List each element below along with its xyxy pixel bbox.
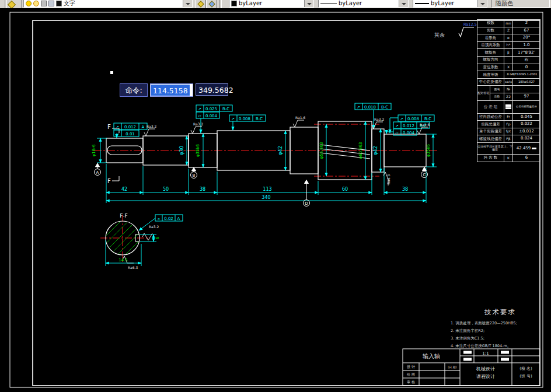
table-row: 齿距总偏差Fp0.022: [477, 121, 540, 128]
tech-req-item: 1. 调质处理，表面硬度220—250HBS;: [451, 320, 550, 327]
svg-text:⌭: ⌭: [198, 114, 201, 118]
svg-text:38: 38: [402, 187, 408, 192]
table-row: 螺旋线总偏差Fβ0.024: [477, 135, 540, 143]
linetype-control-dropdown[interactable]: byLayer: [318, 0, 409, 8]
tech-req-item: 2. 未注圆角半径R2;: [451, 327, 550, 335]
wn-value-cell: 42.459: [513, 142, 540, 154]
table-row: 齿数Z67: [477, 27, 540, 34]
title-block: 输入轴 1:1 设 计 绘 图 审 核 (日 期) 机械设计 课程设计 (校 名…: [403, 349, 540, 386]
make-object-layer-current-button[interactable]: [195, 0, 206, 8]
layer-on-bulb-icon[interactable]: [26, 1, 32, 6]
svg-text:B-C: B-C: [424, 117, 431, 121]
technical-requirements: 技术要求 1. 调质处理，表面硬度220—250HBS; 2. 未注圆角半径R2…: [451, 308, 550, 350]
sig-draw-label: 绘 图: [407, 372, 415, 377]
svg-text:60: 60: [342, 187, 348, 192]
svg-text:0.018: 0.018: [364, 105, 376, 110]
sig-check-label: 审 核: [407, 380, 415, 384]
svg-text:φ35k6: φ35k6: [426, 144, 431, 157]
svg-text:38: 38: [200, 187, 205, 192]
svg-text:42: 42: [121, 187, 127, 192]
svg-text:0.004: 0.004: [403, 131, 415, 135]
svg-text:0.012: 0.012: [124, 125, 136, 130]
svg-text:Ra1.6: Ra1.6: [295, 116, 305, 120]
color-dropdown-arrow[interactable]: [304, 0, 313, 7]
layer-lock-icon[interactable]: [41, 1, 47, 6]
svg-text:C: C: [423, 173, 426, 177]
svg-text:113: 113: [263, 187, 271, 192]
svg-text:Ra6.3: Ra6.3: [386, 174, 390, 184]
lineweight-sample-icon: [415, 3, 429, 4]
cut-label-bottom: F: [107, 178, 111, 184]
table-row: 公 差 组公差或极限偏差值: [477, 100, 540, 113]
svg-text:0.025: 0.025: [205, 107, 217, 111]
svg-text:Ra3.2: Ra3.2: [147, 124, 156, 128]
table-row: 单个齿距偏差fpt±0.012: [477, 128, 540, 135]
svg-text:D: D: [305, 201, 308, 206]
table-row: 精度等级8 GB/T10095.1-2001: [477, 71, 540, 79]
drawing-scale: 1:1: [482, 351, 489, 356]
sig-design-label: 设 计: [407, 365, 415, 369]
svg-text:φ35k6: φ35k6: [196, 144, 200, 157]
section-width-dim: 6: [155, 236, 160, 239]
command-prompt-label: 命令:: [120, 83, 148, 97]
lineweight-control-dropdown[interactable]: byLayer: [413, 0, 487, 8]
svg-text:φ18r6: φ18r6: [92, 144, 96, 156]
section-view-title: F-F: [120, 213, 128, 219]
color-control-dropdown[interactable]: byLayer: [229, 0, 314, 8]
svg-text:φ30: φ30: [179, 146, 184, 155]
svg-text:↗: ↗: [357, 105, 360, 110]
class-number: (班 号): [519, 374, 532, 379]
general-roughness-value: Ra12.5: [463, 22, 477, 27]
drawing-canvas[interactable]: F F 42 50 38 113 60 38 340 φ18r6: [0, 8, 551, 392]
linetype-sample-icon: [320, 4, 337, 4]
gear-parameter-table: 模数mn2 齿数Z67 齿形角α20° 齿顶高系数h*1.0 螺旋角β17°8′…: [477, 19, 540, 162]
part-name: 输入轴: [423, 353, 440, 359]
coordinate-y-input[interactable]: 349.5682: [196, 83, 228, 96]
svg-text:φ60.863: φ60.863: [358, 142, 363, 159]
layer-dropdown-arrow[interactable]: [183, 0, 192, 7]
datum-letters: A B D C: [96, 170, 426, 206]
svg-text:0.02: 0.02: [164, 216, 173, 221]
table-row: 螺旋角β17°8′92″: [477, 49, 540, 57]
linetype-dropdown-arrow[interactable]: [399, 0, 408, 7]
sig-date-note: (日 期): [448, 365, 457, 369]
svg-text:φ42: φ42: [373, 146, 378, 155]
toolbar-separator: [5, 0, 7, 8]
total-length-dim: 340: [261, 195, 270, 200]
toolbar-separator: [219, 0, 222, 8]
cut-label-top: F: [107, 124, 111, 130]
grip-point[interactable]: [110, 71, 113, 74]
svg-text:A: A: [96, 170, 99, 175]
svg-text:↗: ↗: [198, 107, 201, 111]
color-control-value: byLayer: [239, 0, 262, 6]
layers-stack-icon[interactable]: [9, 2, 15, 8]
school-name: (校 名): [519, 366, 532, 371]
svg-text:↗: ↗: [116, 125, 119, 130]
plotstyle-control-dropdown[interactable]: 随颜色: [491, 0, 550, 8]
roughness-symbols: [123, 27, 474, 263]
org-line2: 课程设计: [476, 374, 495, 379]
svg-text:⌭: ⌭: [395, 131, 398, 135]
table-row: 公法线平均长度及其上、下偏差42.459: [477, 142, 540, 154]
coordinate-x-input[interactable]: 114.5158: [150, 83, 193, 97]
layer-freeze-sun-icon[interactable]: [33, 1, 39, 6]
layer-plot-printer-icon[interactable]: [48, 1, 54, 6]
top-toolbar: 文字 byLayer byLayer byLayer 随颜色: [0, 0, 551, 8]
svg-text:↗: ↗: [231, 117, 235, 121]
layer-dropdown[interactable]: 文字: [23, 0, 193, 8]
svg-text:0.01: 0.01: [125, 132, 135, 136]
svg-text:Ra3.2: Ra3.2: [374, 117, 384, 121]
tech-req-item: 3. 未注倒角为C1.5;: [451, 335, 550, 342]
length-dimension-labels: 42 50 38 113 60 38 340: [121, 187, 408, 200]
svg-text:0.008: 0.008: [407, 117, 419, 121]
layer-previous-button[interactable]: [206, 0, 217, 8]
svg-text:B-C: B-C: [256, 117, 263, 121]
svg-text:⌯: ⌯: [157, 216, 161, 221]
tech-req-item: 4. 未注尺寸公差按GB/T 1804-m。: [451, 342, 550, 350]
lineweight-dropdown-arrow[interactable]: [477, 0, 487, 7]
table-row: 齿顶高系数h*1.0: [477, 41, 540, 49]
current-layer-name: 文字: [64, 0, 75, 6]
svg-text:50: 50: [163, 187, 169, 192]
general-roughness-prefix: 其余: [434, 32, 445, 38]
svg-text:↗: ↗: [395, 124, 399, 128]
